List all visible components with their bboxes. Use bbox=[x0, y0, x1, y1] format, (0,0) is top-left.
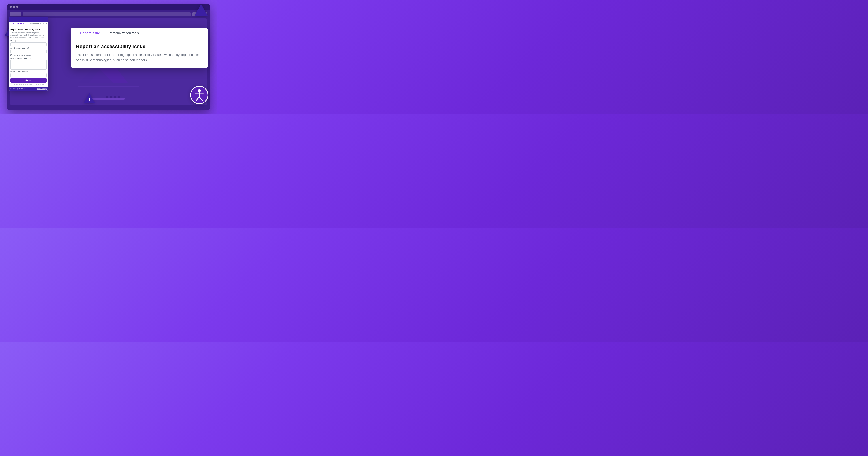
image-bottom-bar bbox=[92, 98, 125, 99]
modal-small-tabs: Report issue Personalization tools bbox=[9, 22, 49, 26]
disclaimer-text: In reporting an accessibility issue, you… bbox=[10, 83, 46, 85]
browser-toolbar bbox=[10, 12, 207, 16]
powered-by-label: Powered by AudioEye bbox=[10, 88, 25, 90]
assistive-tech-row: I use assistive technology bbox=[10, 54, 46, 56]
modal-small-description: This form is intended for reporting digi… bbox=[10, 32, 46, 38]
modal-small-body: Report an accessibility issue This form … bbox=[9, 26, 49, 87]
modal-large-body: Report an accessibility issue This form … bbox=[70, 38, 208, 68]
modal-small-header: × bbox=[9, 17, 49, 22]
modal-small: × Report issue Personalization tools Rep… bbox=[9, 17, 49, 91]
browser-dot-d4 bbox=[118, 95, 120, 98]
accessibility-icon bbox=[194, 89, 205, 101]
email-input[interactable] bbox=[10, 50, 46, 53]
browser-dot-1 bbox=[10, 6, 12, 8]
browser-dot-d1 bbox=[105, 95, 108, 98]
assistive-tech-checkbox[interactable] bbox=[10, 54, 12, 56]
toolbar-url-bar bbox=[23, 12, 191, 16]
assistive-tech-label: I use assistive technology bbox=[13, 54, 31, 56]
browser-titlebar bbox=[7, 4, 210, 10]
svg-text:!: ! bbox=[89, 96, 90, 102]
modal-large-description: This form is intended for reporting digi… bbox=[76, 52, 203, 63]
close-button[interactable]: × bbox=[45, 18, 46, 21]
tab-personalization-small[interactable]: Personalization tools bbox=[29, 22, 49, 26]
toolbar-back-btn bbox=[10, 12, 21, 16]
admin-settings-link[interactable]: Admin settings bbox=[37, 88, 46, 90]
svg-line-13 bbox=[196, 97, 199, 101]
describe-label: Describe the issue (required) bbox=[10, 57, 46, 59]
phone-label: Phone number (optional) bbox=[10, 71, 46, 73]
tab-personalization-large[interactable]: Personalization tools bbox=[104, 28, 143, 38]
browser-dot-3 bbox=[16, 6, 18, 8]
browser-dots-row bbox=[105, 95, 120, 98]
accessibility-circle[interactable] bbox=[190, 86, 208, 104]
email-label: E-mail address (required) bbox=[10, 47, 46, 49]
tab-report-issue-large[interactable]: Report issue bbox=[76, 28, 104, 38]
modal-large-tabs: Report issue Personalization tools bbox=[70, 28, 208, 38]
submit-button[interactable]: Submit bbox=[10, 78, 46, 83]
phone-input[interactable] bbox=[10, 73, 46, 77]
tab-report-issue-small[interactable]: Report issue bbox=[9, 22, 29, 26]
modal-large-title: Report an accessibility issue bbox=[76, 44, 203, 49]
browser-dot-2 bbox=[13, 6, 15, 8]
modal-small-title: Report an accessibility issue bbox=[10, 28, 46, 31]
scene: ! ! ! × Report issue Personalization too… bbox=[0, 0, 217, 114]
browser-dot-d3 bbox=[114, 95, 116, 98]
describe-textarea[interactable] bbox=[10, 60, 46, 70]
name-input[interactable] bbox=[10, 42, 46, 46]
modal-large: Report issue Personalization tools Repor… bbox=[70, 28, 208, 68]
svg-text:!: ! bbox=[200, 8, 202, 15]
browser-dot-d2 bbox=[110, 95, 112, 98]
warning-bottom-svg: ! bbox=[83, 92, 95, 103]
warning-top-right: ! bbox=[194, 3, 208, 17]
svg-line-14 bbox=[199, 97, 203, 101]
modal-small-footer: Powered by AudioEye Admin settings bbox=[9, 87, 49, 91]
name-label: Name (required) bbox=[10, 40, 46, 42]
warning-triangle-svg: ! bbox=[194, 3, 208, 16]
warning-bottom-center: ! bbox=[83, 92, 95, 104]
